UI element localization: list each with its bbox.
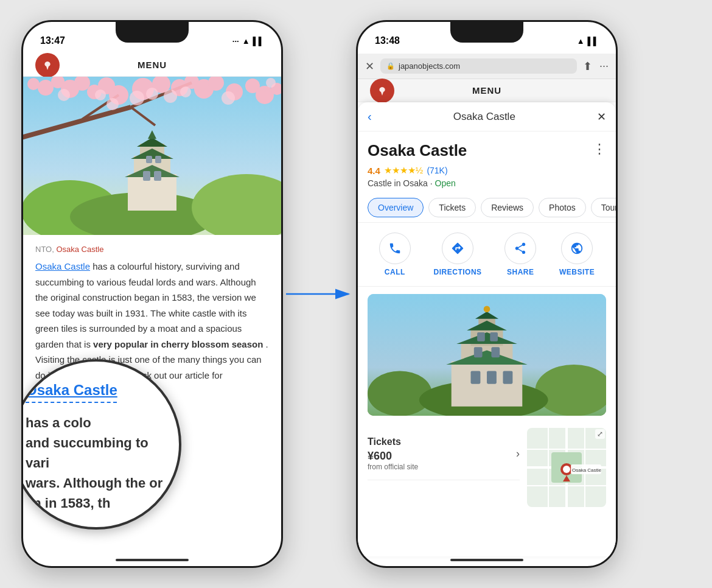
- browser-bar: ✕ 🔒 japanobjects.com ⬆ ···: [358, 54, 616, 79]
- tickets-label: Tickets: [368, 436, 401, 447]
- gmaps-header: ‹ Osaka Castle ✕: [358, 102, 616, 131]
- right-phone: 13:48 ▲ ▌▌ ✕ 🔒 japanobjects.com ⬆ ···: [356, 20, 618, 568]
- castle-photo-gmaps[interactable]: [368, 294, 606, 416]
- tickets-section[interactable]: Tickets ¥600 from official site ›: [368, 428, 520, 480]
- directions-action[interactable]: DIRECTIONS: [434, 233, 482, 276]
- svg-point-43: [266, 78, 276, 88]
- directions-icon-circle: [442, 233, 473, 264]
- svg-rect-5: [128, 174, 176, 211]
- share-icon-circle: [504, 233, 536, 264]
- battery-icon-right: ▌▌: [588, 37, 599, 46]
- rating-stars: ★★★★½: [384, 165, 424, 176]
- svg-point-51: [368, 371, 432, 416]
- review-count[interactable]: (71K): [427, 166, 447, 175]
- tab-tickets[interactable]: Tickets: [428, 198, 476, 217]
- lock-icon: 🔒: [386, 62, 395, 70]
- notch-left: [116, 22, 189, 43]
- app-logo-right: [370, 79, 394, 103]
- svg-point-39: [146, 88, 158, 100]
- more-icon-browser[interactable]: ···: [599, 60, 609, 73]
- actions-row: CALL DIRECTIONS: [358, 223, 616, 287]
- place-more-btn[interactable]: ⋮: [593, 141, 606, 157]
- battery-icon: ▌▌: [253, 37, 264, 46]
- website-action[interactable]: WEBSITE: [559, 233, 595, 276]
- gmaps-back-btn[interactable]: ‹: [368, 110, 372, 124]
- browser-actions: ⬆ ···: [583, 60, 609, 73]
- breadcrumb: NTO, Osaka Castle: [35, 245, 269, 254]
- url-text: japanobjects.com: [399, 61, 460, 71]
- svg-rect-12: [143, 171, 150, 181]
- svg-point-42: [222, 91, 235, 105]
- left-phone: 13:47 ··· ▲ ▌▌ MENU: [21, 20, 283, 568]
- svg-rect-13: [154, 171, 161, 181]
- svg-text:Osaka Castle: Osaka Castle: [572, 467, 602, 473]
- tab-tours[interactable]: Tours: [591, 198, 616, 217]
- svg-point-79: [563, 466, 570, 473]
- share-label: SHARE: [507, 268, 534, 276]
- reviews-section[interactable]: Reviews 4.4 ★★★★ ›: [358, 507, 616, 513]
- svg-point-62: [484, 306, 490, 312]
- price-source: from official site: [368, 463, 418, 471]
- svg-rect-65: [503, 371, 512, 383]
- tickets-info: Tickets ¥600 from official site ›: [368, 423, 520, 480]
- place-type: Castle in Osaka · Open: [368, 178, 606, 188]
- rating-row: 4.4 ★★★★½ (71K): [368, 165, 606, 176]
- svg-point-44: [106, 98, 119, 110]
- tab-overview[interactable]: Overview: [368, 198, 424, 217]
- magnifier: Osaka Castle has a colo and succumbing t…: [21, 359, 181, 530]
- status-icons-right: ▲ ▌▌: [577, 37, 599, 46]
- svg-rect-64: [487, 371, 497, 383]
- tickets-map-row: Tickets ¥600 from official site ›: [358, 423, 616, 507]
- hero-image: [23, 77, 281, 235]
- app-menu-title-right: MENU: [472, 85, 501, 96]
- time-left: 13:47: [40, 35, 65, 46]
- gmaps-close-btn[interactable]: ✕: [597, 110, 606, 124]
- share-icon-browser[interactable]: ⬆: [583, 60, 592, 73]
- tickets-chevron-icon: ›: [516, 447, 520, 460]
- rating-number: 4.4: [368, 166, 380, 176]
- tickets-price: ¥600: [368, 450, 418, 463]
- svg-rect-68: [477, 332, 485, 341]
- svg-rect-69: [490, 332, 498, 341]
- svg-point-38: [130, 91, 144, 105]
- svg-point-36: [38, 80, 54, 96]
- map-thumbnail[interactable]: Osaka Castle ⤢: [527, 428, 606, 507]
- browser-url-bar[interactable]: 🔒 japanobjects.com: [380, 58, 577, 74]
- call-action[interactable]: CALL: [379, 233, 411, 276]
- share-action[interactable]: SHARE: [504, 233, 536, 276]
- place-name-row: Osaka Castle ⋮: [368, 141, 606, 165]
- svg-rect-66: [474, 347, 483, 357]
- arrow-container: [283, 285, 356, 303]
- svg-rect-67: [491, 347, 500, 357]
- call-icon-circle: [379, 233, 411, 264]
- gmaps-title: Osaka Castle: [453, 111, 515, 123]
- notch-right: [450, 22, 523, 43]
- time-right: 13:48: [375, 35, 400, 46]
- svg-point-45: [95, 89, 106, 100]
- tab-photos[interactable]: Photos: [539, 198, 586, 217]
- svg-text:⤢: ⤢: [597, 430, 603, 438]
- castle-scene: [23, 77, 281, 235]
- magnifier-link: Osaka Castle: [26, 382, 117, 398]
- place-header: Osaka Castle ⋮ 4.4 ★★★★½ (71K) Castle in…: [358, 131, 616, 193]
- app-header-left: MENU: [23, 54, 281, 77]
- home-indicator-right: [450, 559, 523, 561]
- app-menu-title-left: MENU: [138, 60, 167, 70]
- svg-rect-63: [471, 371, 481, 383]
- svg-rect-54: [452, 362, 523, 407]
- svg-rect-15: [155, 156, 161, 163]
- browser-close-btn[interactable]: ✕: [365, 60, 374, 73]
- tabs-row: Overview Tickets Reviews Photos Tours: [358, 193, 616, 223]
- arrow-svg: [283, 285, 356, 303]
- gmaps-content: Osaka Castle ⋮ 4.4 ★★★★½ (71K) Castle in…: [358, 131, 616, 513]
- osaka-castle-link-breadcrumb[interactable]: Osaka Castle: [56, 245, 103, 254]
- website-label: WEBSITE: [559, 268, 595, 276]
- open-status: Open: [435, 178, 456, 188]
- svg-point-40: [164, 89, 177, 103]
- gmaps-panel: ‹ Osaka Castle ✕ Osaka Castle ⋮ 4.4 ★★★★…: [358, 102, 616, 556]
- website-icon-circle: [561, 233, 593, 264]
- home-indicator-left: [116, 559, 189, 561]
- osaka-castle-link-article[interactable]: Osaka Castle: [35, 261, 90, 271]
- tab-reviews[interactable]: Reviews: [481, 198, 534, 217]
- status-icons-left: ··· ▲ ▌▌: [232, 37, 264, 46]
